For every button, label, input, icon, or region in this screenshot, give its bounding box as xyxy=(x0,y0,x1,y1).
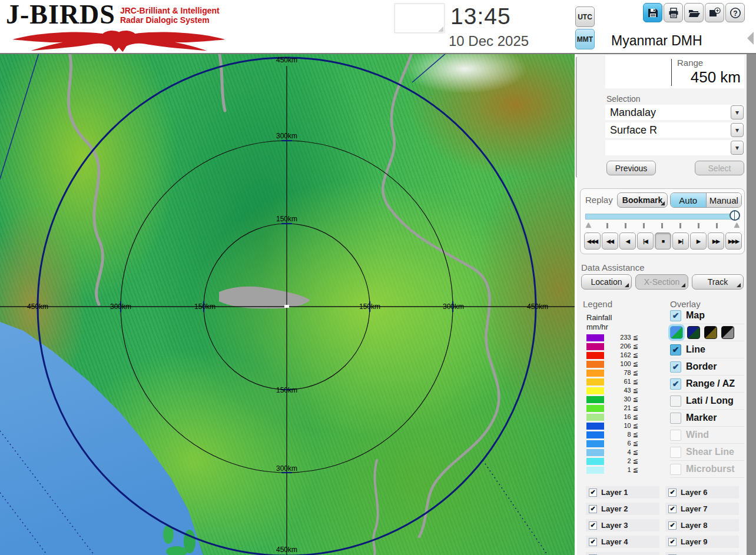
checkbox-checked-icon[interactable] xyxy=(589,521,597,530)
svg-text:450km: 450km xyxy=(276,56,297,64)
svg-text:300km: 300km xyxy=(276,132,297,140)
legend-swatch xyxy=(586,396,604,403)
select-button[interactable]: Select xyxy=(695,161,744,175)
chevron-down-icon[interactable] xyxy=(731,105,744,119)
data-assistance-label: Data Assistance xyxy=(581,262,645,272)
fast-forward-button[interactable]: ▶▶ xyxy=(708,232,724,250)
step-back-button[interactable]: |◀ xyxy=(637,232,654,250)
layer-row-9[interactable]: Layer 9 xyxy=(665,536,739,548)
checkbox-checked-icon[interactable] xyxy=(670,361,681,373)
control-panel: Range 450 km Selection Mandalay Surface … xyxy=(577,54,747,555)
replay-mode-toggle: Auto Manual xyxy=(670,192,742,208)
logo-title: J-BIRDS xyxy=(6,1,115,28)
legend-item: 6 ≦ xyxy=(586,439,657,448)
legend-swatch xyxy=(586,440,604,447)
checkbox-checked-icon[interactable] xyxy=(589,505,597,513)
play-button[interactable]: ▶ xyxy=(690,232,707,250)
checkbox-checked-icon[interactable] xyxy=(668,521,677,530)
help-button[interactable]: ? xyxy=(725,3,745,22)
product-dropdown-value: Surface R xyxy=(610,124,657,137)
track-button[interactable]: Track xyxy=(692,274,744,290)
radar-map-display[interactable]: 450km 300km 150km 150km 300km 450km 450k… xyxy=(0,54,575,555)
svg-text:300km: 300km xyxy=(276,464,297,473)
checkbox-checked-icon[interactable] xyxy=(589,538,597,546)
map-style-navy-darkgreen[interactable] xyxy=(687,326,700,339)
manual-mode-button[interactable]: Manual xyxy=(707,193,742,207)
layer-row-2[interactable]: Layer 2 xyxy=(586,503,659,515)
legend-swatch xyxy=(586,361,604,368)
layer-row-4[interactable]: Layer 4 xyxy=(586,536,659,548)
site-dropdown[interactable]: Mandalay xyxy=(605,105,744,120)
chevron-down-icon[interactable] xyxy=(731,141,744,155)
panel-collapse-icon[interactable] xyxy=(747,32,754,45)
save-button[interactable] xyxy=(643,3,662,22)
print-button[interactable] xyxy=(664,3,683,22)
legend-swatch xyxy=(586,352,604,359)
previous-button[interactable]: Previous xyxy=(606,161,656,175)
rainfall-legend: 233 ≦ 206 ≦ 162 ≦ 100 ≦ 78 ≦ 61 ≦ 43 ≦ 3… xyxy=(586,333,657,474)
mmt-button[interactable]: MMT xyxy=(575,29,595,49)
checkbox-checked-icon[interactable] xyxy=(670,378,681,390)
replay-section: Replay Bookmark Auto Manual ▲ ▲ ◀◀◀ ◀◀ ◀… xyxy=(580,188,745,254)
layer-row-3[interactable]: Layer 3 xyxy=(586,519,659,531)
checkbox-checked-icon[interactable] xyxy=(589,488,597,497)
open-folder-button[interactable] xyxy=(684,3,704,22)
checkbox-disabled-icon xyxy=(670,447,681,458)
export-image-button[interactable] xyxy=(705,3,724,22)
svg-text:450km: 450km xyxy=(527,303,548,311)
layer-row-partial[interactable] xyxy=(586,552,659,555)
overlay-row-wind: Wind xyxy=(670,427,744,444)
product-dropdown[interactable]: Surface R xyxy=(605,122,744,138)
checkbox-checked-icon[interactable] xyxy=(670,344,681,355)
jump-last-button[interactable]: ▶▶▶ xyxy=(725,232,742,250)
legend-item: 16 ≦ xyxy=(586,413,657,421)
overlay-row-map[interactable]: Map xyxy=(670,307,744,324)
checkbox-checked-icon[interactable] xyxy=(668,488,677,497)
step-forward-button[interactable]: ▶| xyxy=(672,232,689,250)
map-style-blue-green[interactable] xyxy=(670,326,683,339)
checkbox-checked-icon[interactable] xyxy=(670,310,681,321)
checkbox-unchecked-icon[interactable] xyxy=(670,396,681,407)
checkbox-checked-icon[interactable] xyxy=(668,505,677,513)
svg-text:450km: 450km xyxy=(27,303,48,311)
overlay-row-microburst: Microburst xyxy=(670,461,744,478)
replay-slider-track[interactable] xyxy=(585,214,740,220)
xsection-button[interactable]: X-Section xyxy=(635,274,688,290)
chevron-down-icon[interactable] xyxy=(731,123,744,137)
jump-first-button[interactable]: ◀◀◀ xyxy=(584,232,601,250)
legend-swatch xyxy=(586,414,604,421)
layer-row-8[interactable]: Layer 8 xyxy=(665,519,739,531)
legend-label: Legend xyxy=(583,299,612,309)
selection-label: Selection xyxy=(606,94,641,104)
svg-text:?: ? xyxy=(733,9,737,17)
layer-row-7[interactable]: Layer 7 xyxy=(665,503,739,515)
checkbox-checked-icon[interactable] xyxy=(668,538,677,546)
layer-row-1[interactable]: Layer 1 xyxy=(586,486,659,498)
overlay-row-line[interactable]: Line xyxy=(670,341,744,358)
fast-rewind-button[interactable]: ◀◀ xyxy=(602,232,618,250)
panel-edge-strip xyxy=(747,54,756,555)
overlay-row-border[interactable]: Border xyxy=(670,358,744,375)
stop-button[interactable]: ■ xyxy=(655,232,671,250)
auto-mode-button[interactable]: Auto xyxy=(671,193,707,207)
slider-start-marker-icon: ▲ xyxy=(584,220,593,230)
bookmark-button[interactable]: Bookmark xyxy=(617,192,668,208)
layer-row-partial[interactable] xyxy=(665,552,739,555)
layer-row-6[interactable]: Layer 6 xyxy=(665,486,739,498)
overlay-row-marker[interactable]: Marker xyxy=(670,410,744,427)
legend-swatch xyxy=(586,378,604,385)
map-style-black-olive[interactable] xyxy=(704,326,717,339)
svg-text:150km: 150km xyxy=(276,215,297,223)
legend-item: 8 ≦ xyxy=(586,430,657,439)
overlay-row-lati-long[interactable]: Lati / Long xyxy=(670,393,744,410)
utc-button[interactable]: UTC xyxy=(575,6,595,27)
overlay-row-range-az[interactable]: Range / AZ xyxy=(670,375,744,393)
svg-text:150km: 150km xyxy=(359,303,380,311)
legend-item: 100 ≦ xyxy=(586,360,657,368)
option-dropdown[interactable] xyxy=(605,140,744,155)
map-style-black-gray[interactable] xyxy=(721,326,734,339)
location-button[interactable]: Location xyxy=(581,274,632,290)
checkbox-unchecked-icon[interactable] xyxy=(670,413,681,424)
play-reverse-button[interactable]: ◀ xyxy=(619,232,636,250)
app-window: J-BIRDS JRC-Brilliant & Intelligent Rada… xyxy=(0,0,756,555)
